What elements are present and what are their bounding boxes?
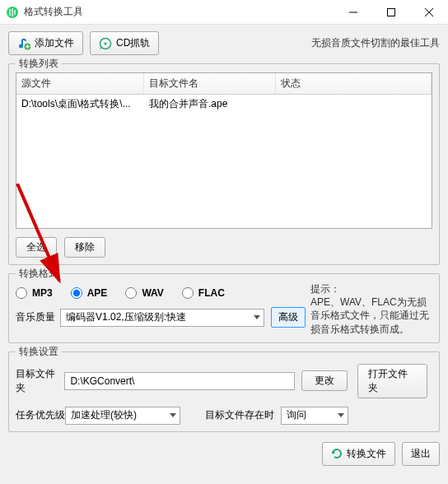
svg-rect-2 xyxy=(388,8,395,16)
convert-button[interactable]: 转换文件 xyxy=(322,442,395,466)
col-source[interactable]: 源文件 xyxy=(16,73,144,94)
radio-wav[interactable]: WAV xyxy=(125,287,163,299)
col-target[interactable]: 目标文件名 xyxy=(144,73,276,94)
cd-rip-button[interactable]: CD抓轨 xyxy=(90,31,159,55)
chevron-down-icon xyxy=(338,413,344,418)
close-button[interactable] xyxy=(410,0,448,24)
chevron-down-icon xyxy=(254,315,260,320)
list-legend: 转换列表 xyxy=(16,57,62,71)
cell-status xyxy=(276,95,432,114)
window-title: 格式转换工具 xyxy=(24,5,334,19)
settings-legend: 转换设置 xyxy=(16,345,62,359)
hint-label: 提示： xyxy=(310,283,340,295)
hint-text: APE、WAV、FLAC为无损音乐格式文件，只能通过无损音乐格式转换而成。 xyxy=(310,296,429,334)
svg-point-5 xyxy=(19,44,23,48)
exit-button[interactable]: 退出 xyxy=(402,442,440,466)
select-all-button[interactable]: 全选 xyxy=(16,237,57,258)
open-folder-button[interactable]: 打开文件夹 xyxy=(357,364,427,398)
conversion-list[interactable]: 源文件 目标文件名 状态 D:\tools\桌面\格式转换\... 我的合并声音… xyxy=(16,72,432,229)
priority-value: 加速处理(较快) xyxy=(71,408,137,422)
change-button[interactable]: 更改 xyxy=(301,370,348,391)
advanced-button[interactable]: 高级 xyxy=(271,307,306,328)
priority-combo[interactable]: 加速处理(较快) xyxy=(65,407,180,425)
dest-folder-field[interactable]: D:\KGConvert\ xyxy=(64,372,294,390)
radio-mp3[interactable]: MP3 xyxy=(16,287,53,299)
convert-label: 转换文件 xyxy=(347,447,386,461)
exist-combo[interactable]: 询问 xyxy=(281,407,348,425)
cell-source: D:\tools\桌面\格式转换\... xyxy=(16,95,144,114)
cell-target: 我的合并声音.ape xyxy=(144,95,276,114)
cd-icon xyxy=(99,37,112,50)
exit-label: 退出 xyxy=(411,447,431,461)
music-add-icon xyxy=(17,37,30,50)
exist-value: 询问 xyxy=(287,408,306,422)
priority-label: 任务优先级 xyxy=(16,408,65,422)
dest-label: 目标文件夹 xyxy=(16,367,64,395)
radio-flac[interactable]: FLAC xyxy=(182,287,225,299)
convert-icon xyxy=(331,448,343,459)
dest-folder-value: D:\KGConvert\ xyxy=(70,375,134,387)
minimize-button[interactable] xyxy=(334,0,372,24)
cd-rip-label: CD抓轨 xyxy=(116,36,150,50)
col-status[interactable]: 状态 xyxy=(276,73,432,94)
format-legend: 转换格式 xyxy=(16,267,62,281)
quality-combo[interactable]: 编码器V1.02,压缩级别:快速 xyxy=(60,309,264,327)
remove-button[interactable]: 移除 xyxy=(64,237,105,258)
svg-point-8 xyxy=(105,42,107,44)
add-file-label: 添加文件 xyxy=(35,36,74,50)
quality-value: 编码器V1.02,压缩级别:快速 xyxy=(66,310,186,324)
chevron-down-icon xyxy=(170,413,176,418)
add-file-button[interactable]: 添加文件 xyxy=(8,31,83,55)
quality-label: 音乐质量 xyxy=(16,310,55,324)
radio-ape[interactable]: APE xyxy=(71,287,108,299)
tagline: 无损音质文件切割的最佳工具 xyxy=(311,36,440,50)
exist-label: 目标文件存在时 xyxy=(205,408,274,422)
maximize-button[interactable] xyxy=(372,0,410,24)
table-row[interactable]: D:\tools\桌面\格式转换\... 我的合并声音.ape xyxy=(16,95,432,114)
app-icon xyxy=(6,6,19,19)
